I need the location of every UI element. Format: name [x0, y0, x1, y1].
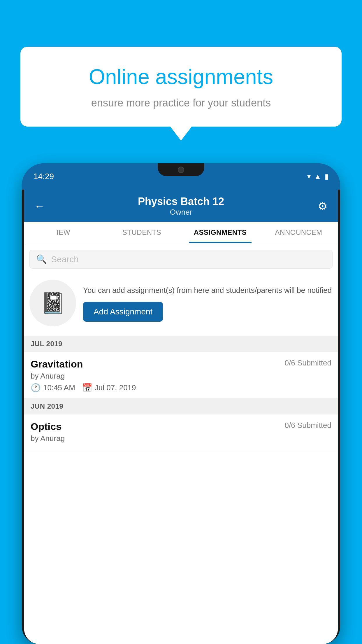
battery-icon: ▮ — [325, 172, 328, 181]
search-bar[interactable]: 🔍 Search — [29, 250, 333, 269]
empty-state: 📓 You can add assignment(s) from here an… — [24, 273, 338, 333]
settings-icon[interactable]: ⚙ — [313, 200, 328, 213]
batch-title: Physics Batch 12 — [49, 195, 313, 208]
empty-description: You can add assignment(s) from here and … — [83, 285, 333, 296]
assignment-submitted-2: 0/6 Submitted — [285, 421, 331, 430]
phone-notch — [158, 163, 204, 176]
batch-subtitle: Owner — [49, 208, 313, 217]
header-title-block: Physics Batch 12 Owner — [49, 195, 313, 217]
date-value: Jul 07, 2019 — [95, 383, 136, 392]
search-placeholder: Search — [51, 254, 79, 264]
tab-students[interactable]: STUDENTS — [103, 222, 181, 243]
assignment-row-top: Gravitation 0/6 Submitted — [31, 358, 331, 370]
calendar-icon: 📅 — [82, 383, 92, 393]
tab-iew[interactable]: IEW — [24, 222, 103, 243]
table-row[interactable]: Gravitation 0/6 Submitted by Anurag 🕐 10… — [24, 352, 338, 398]
assignment-date: 📅 Jul 07, 2019 — [82, 383, 136, 393]
app-screen: ← Physics Batch 12 Owner ⚙ IEW STUDENTS … — [24, 190, 338, 644]
wifi-icon: ▾ — [307, 172, 311, 181]
assignment-time: 🕐 10:45 AM — [31, 383, 75, 393]
empty-text-block: You can add assignment(s) from here and … — [83, 285, 333, 322]
promo-subtitle: ensure more practice for your students — [38, 96, 324, 110]
assignment-submitted: 0/6 Submitted — [285, 358, 331, 368]
status-bar: 14:29 ▾ ▲ ▮ — [22, 163, 340, 190]
assignment-by-2: by Anurag — [31, 434, 331, 443]
time-value: 10:45 AM — [43, 383, 75, 392]
tabs-bar: IEW STUDENTS ASSIGNMENTS ANNOUNCEM — [24, 222, 338, 243]
back-button[interactable]: ← — [34, 200, 49, 212]
status-icons: ▾ ▲ ▮ — [307, 172, 328, 181]
promo-title: Online assignments — [38, 64, 324, 89]
assignment-row-top-2: Optics 0/6 Submitted — [31, 421, 331, 432]
assignment-name-2: Optics — [31, 421, 61, 432]
promo-card: Online assignments ensure more practice … — [20, 47, 342, 127]
phone-camera — [178, 167, 184, 173]
assignment-meta: 🕐 10:45 AM 📅 Jul 07, 2019 — [31, 383, 331, 393]
add-assignment-button[interactable]: Add Assignment — [83, 302, 163, 322]
assignment-by: by Anurag — [31, 372, 331, 381]
search-icon: 🔍 — [36, 254, 47, 264]
section-jun-2019: JUN 2019 — [24, 398, 338, 414]
phone-shell: 14:29 ▾ ▲ ▮ ← Physics Batch 12 Owner ⚙ I… — [22, 163, 340, 644]
empty-icon-circle: 📓 — [29, 280, 76, 326]
notebook-icon: 📓 — [40, 291, 66, 315]
content-area: 🔍 Search 📓 You can add assignment(s) fro… — [24, 243, 338, 644]
signal-icon: ▲ — [314, 172, 321, 181]
assignment-name: Gravitation — [31, 358, 83, 370]
tab-assignments[interactable]: ASSIGNMENTS — [181, 222, 259, 243]
table-row[interactable]: Optics 0/6 Submitted by Anurag — [24, 414, 338, 451]
clock-icon: 🕐 — [31, 383, 41, 393]
app-header: ← Physics Batch 12 Owner ⚙ — [24, 190, 338, 222]
section-jul-2019: JUL 2019 — [24, 336, 338, 352]
tab-announcements[interactable]: ANNOUNCEM — [259, 222, 338, 243]
